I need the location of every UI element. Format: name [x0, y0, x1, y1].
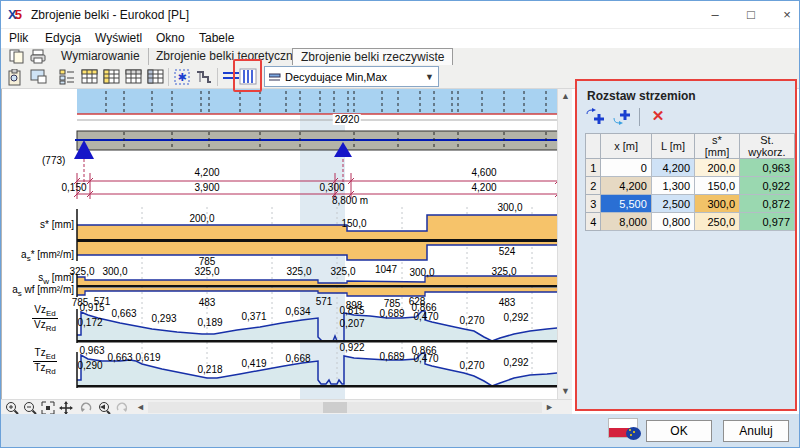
zoom-extents-icon[interactable]: [41, 401, 55, 414]
svg-text:✱: ✱: [177, 71, 186, 83]
table-row[interactable]: 1 0 4,200 200,0 0,963: [586, 159, 795, 177]
cell-s[interactable]: 250,0: [695, 213, 740, 231]
cell-L[interactable]: 4,200: [651, 159, 694, 177]
vertical-scrollbar[interactable]: ▲ ▼: [557, 89, 572, 399]
col-x[interactable]: x [m]: [601, 134, 651, 159]
close-button[interactable]: ×: [770, 1, 800, 29]
tz-value: 0,218: [197, 364, 222, 375]
table-header-icon[interactable]: [79, 67, 99, 87]
zoom-previous-icon[interactable]: [97, 401, 111, 414]
bottom-toolbar: ◄ ►: [1, 399, 572, 414]
vz-value: 0,293: [151, 313, 176, 324]
app-window: X5 Zbrojenie belki - Eurokod [PL] – □ × …: [0, 0, 800, 448]
sw-value: 325,0: [194, 266, 219, 277]
cell-s[interactable]: 300,0: [695, 195, 740, 213]
menu-okno[interactable]: Okno: [156, 31, 185, 45]
menu-wyswietl[interactable]: Wyświetl: [95, 31, 142, 45]
col-s[interactable]: s* [mm]: [695, 134, 740, 159]
table-list-icon[interactable]: [57, 67, 77, 87]
redo-view-icon[interactable]: [115, 401, 129, 414]
display-mode-value: Decydujące Min,Max: [285, 71, 425, 83]
cancel-button[interactable]: Anuluj: [723, 420, 789, 442]
menu-tabele[interactable]: Tabele: [199, 31, 234, 45]
axis-tz-ratio: TzEd TzRd: [22, 347, 68, 376]
cell-s[interactable]: 150,0: [695, 177, 740, 195]
section-step-icon[interactable]: [194, 67, 214, 87]
app-logo-icon: X5: [8, 7, 26, 23]
tz-value: 0,619: [135, 352, 160, 363]
zoom-out-icon[interactable]: [23, 401, 37, 414]
chevron-down-icon: ▼: [425, 72, 434, 82]
minimize-button[interactable]: –: [698, 1, 732, 29]
vz-value: 0,207: [339, 318, 364, 329]
report-icon[interactable]: [5, 67, 25, 87]
support-note: (773): [42, 155, 65, 166]
tab-zbrojenie-teoretyczne[interactable]: Zbrojenie belki teoretyczne: [148, 48, 308, 65]
scroll-left-icon[interactable]: ◄: [133, 400, 148, 415]
cell-x[interactable]: 8,000: [601, 213, 651, 231]
maximize-button[interactable]: □: [734, 1, 768, 29]
screen-copy-icon[interactable]: [29, 67, 49, 87]
vz-value: 0,270: [459, 315, 484, 326]
cell-wykorz[interactable]: 0,977: [740, 213, 795, 231]
display-mode-dropdown[interactable]: Decydujące Min,Max ▼: [264, 66, 439, 87]
delete-row-icon[interactable]: ✕: [647, 107, 669, 129]
horizontal-scrollbar-thumb[interactable]: [323, 402, 347, 413]
tz-value: 0,470: [413, 353, 438, 364]
cell-s[interactable]: 200,0: [695, 159, 740, 177]
zoom-in-icon[interactable]: [5, 401, 19, 414]
table-column-icon[interactable]: [101, 67, 121, 87]
wf-value: 571: [316, 296, 333, 307]
ok-button[interactable]: OK: [646, 420, 712, 442]
scroll-down-icon[interactable]: ▼: [558, 384, 573, 399]
tz-value: 0,922: [339, 342, 364, 353]
horizontal-scrollbar-track[interactable]: [148, 402, 542, 413]
pan-icon[interactable]: [59, 401, 73, 414]
tab-wymiarowanie[interactable]: Wymiarowanie: [53, 48, 149, 65]
vz-value: 0,470: [413, 311, 438, 322]
col-L[interactable]: L [m]: [651, 134, 694, 159]
cell-L[interactable]: 0,800: [651, 213, 694, 231]
table-grid-icon[interactable]: [123, 67, 143, 87]
axis-vz-ratio: VzEd VzRd: [22, 304, 68, 333]
sw-value: 325,0: [330, 266, 355, 277]
vz-value: 0,189: [197, 317, 222, 328]
add-row-after-icon[interactable]: [611, 107, 633, 129]
copy-icon[interactable]: [7, 46, 27, 66]
cell-x[interactable]: 0: [601, 159, 651, 177]
cell-L[interactable]: 1,300: [651, 177, 694, 195]
menu-edycja[interactable]: Edycja: [45, 31, 81, 45]
tz-value: 0,963: [79, 345, 104, 356]
cell-x-selected[interactable]: 5,500: [601, 195, 651, 213]
scroll-right-icon[interactable]: ►: [542, 400, 557, 415]
col-wykorz[interactable]: St. wykorz.: [740, 134, 795, 159]
s-value: 200,0: [189, 213, 214, 224]
point-marker-icon[interactable]: ✱: [172, 67, 192, 87]
vz-value: 0,815: [339, 305, 364, 316]
cell-L[interactable]: 2,500: [651, 195, 694, 213]
table-row[interactable]: 2 4,200 1,300 150,0 0,922: [586, 177, 795, 195]
dim-b: 3,900: [194, 182, 219, 193]
scroll-up-icon[interactable]: ▲: [558, 89, 573, 104]
cell-wykorz[interactable]: 0,872: [740, 195, 795, 213]
cell-x[interactable]: 4,200: [601, 177, 651, 195]
toolbar-separator: [168, 68, 169, 86]
dim-total: 8,800 m: [332, 195, 368, 206]
add-row-before-icon[interactable]: [585, 107, 607, 129]
tab-zbrojenie-rzeczywiste[interactable]: Zbrojenie belki rzeczywiste: [292, 48, 453, 65]
print-icon[interactable]: [29, 46, 49, 66]
undo-view-icon[interactable]: [79, 401, 93, 414]
tz-value: 0,292: [503, 357, 528, 368]
menu-plik[interactable]: Plik: [9, 31, 28, 45]
cell-wykorz[interactable]: 0,922: [740, 177, 795, 195]
beam-drawing-canvas[interactable]: 2Ø20 (773) 4,200 4,600 0,150 3,900 0,300…: [1, 89, 557, 399]
table-row[interactable]: 4 8,000 0,800 250,0 0,977: [586, 213, 795, 231]
cell-wykorz[interactable]: 0,963: [740, 159, 795, 177]
table-row-selected[interactable]: 3 5,500 2,500 300,0 0,872: [586, 195, 795, 213]
axis-aswf: as wf [mm²/m]: [4, 284, 74, 298]
tz-value: 0,290: [77, 360, 102, 371]
wf-value: 483: [499, 297, 516, 308]
table-dark-icon[interactable]: [145, 67, 165, 87]
window-title: Zbrojenie belki - Eurokod [PL]: [31, 8, 189, 22]
tz-value: 0,663: [107, 352, 132, 363]
